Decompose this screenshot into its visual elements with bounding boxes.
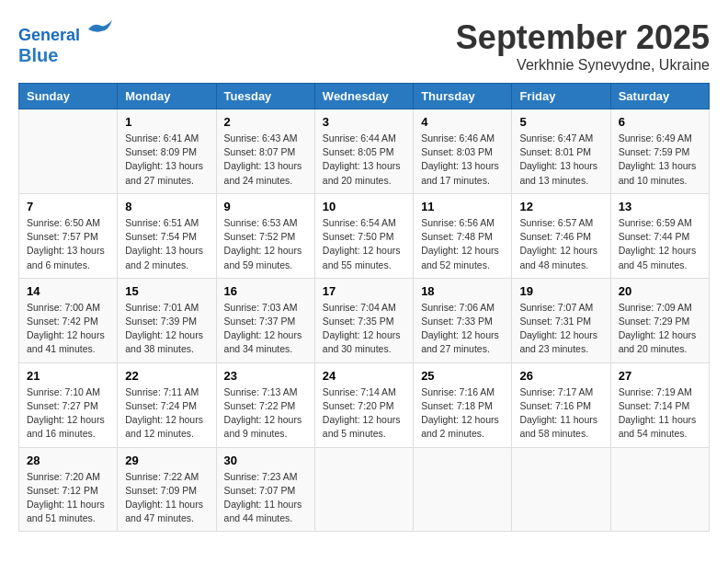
calendar-cell: 20Sunrise: 7:09 AMSunset: 7:29 PMDayligh… bbox=[610, 278, 709, 362]
calendar-cell: 4Sunrise: 6:46 AMSunset: 8:03 PMDaylight… bbox=[414, 109, 512, 194]
calendar-cell: 5Sunrise: 6:47 AMSunset: 8:01 PMDaylight… bbox=[512, 109, 610, 194]
calendar-cell: 29Sunrise: 7:22 AMSunset: 7:09 PMDayligh… bbox=[118, 447, 216, 532]
calendar-cell: 26Sunrise: 7:17 AMSunset: 7:16 PMDayligh… bbox=[512, 362, 610, 447]
month-title: September 2025 bbox=[456, 18, 710, 57]
day-number: 26 bbox=[519, 369, 602, 383]
calendar-header-row: SundayMondayTuesdayWednesdayThursdayFrid… bbox=[19, 84, 710, 109]
day-info: Sunrise: 7:16 AMSunset: 7:18 PMDaylight:… bbox=[421, 385, 504, 442]
day-number: 20 bbox=[619, 284, 701, 298]
day-info: Sunrise: 7:06 AMSunset: 7:33 PMDaylight:… bbox=[421, 301, 504, 357]
title-block: September 2025 Verkhnie Synevydne, Ukrai… bbox=[456, 18, 710, 74]
day-info: Sunrise: 7:01 AMSunset: 7:39 PMDaylight:… bbox=[125, 301, 208, 357]
calendar-cell: 13Sunrise: 6:59 AMSunset: 7:44 PMDayligh… bbox=[610, 193, 709, 278]
day-number: 6 bbox=[619, 115, 701, 129]
calendar-cell: 1Sunrise: 6:41 AMSunset: 8:09 PMDaylight… bbox=[118, 109, 216, 194]
calendar-cell: 28Sunrise: 7:20 AMSunset: 7:12 PMDayligh… bbox=[19, 447, 118, 532]
calendar-cell: 18Sunrise: 7:06 AMSunset: 7:33 PMDayligh… bbox=[414, 278, 512, 362]
week-row-4: 21Sunrise: 7:10 AMSunset: 7:27 PMDayligh… bbox=[19, 362, 710, 447]
day-number: 12 bbox=[519, 200, 602, 213]
day-number: 27 bbox=[619, 369, 701, 383]
calendar-cell: 9Sunrise: 6:53 AMSunset: 7:52 PMDaylight… bbox=[216, 193, 314, 278]
calendar-cell: 22Sunrise: 7:11 AMSunset: 7:24 PMDayligh… bbox=[118, 362, 216, 447]
day-info: Sunrise: 7:04 AMSunset: 7:35 PMDaylight:… bbox=[323, 301, 405, 357]
day-number: 19 bbox=[519, 284, 602, 298]
day-number: 24 bbox=[323, 369, 405, 383]
page-header: General Blue September 2025 Verkhnie Syn… bbox=[18, 18, 710, 74]
day-info: Sunrise: 7:13 AMSunset: 7:22 PMDaylight:… bbox=[224, 385, 307, 442]
calendar-cell: 6Sunrise: 6:49 AMSunset: 7:59 PMDaylight… bbox=[610, 109, 709, 194]
day-number: 9 bbox=[224, 200, 307, 213]
day-number: 25 bbox=[421, 369, 504, 383]
day-info: Sunrise: 7:03 AMSunset: 7:37 PMDaylight:… bbox=[224, 301, 307, 357]
calendar-table: SundayMondayTuesdayWednesdayThursdayFrid… bbox=[18, 83, 710, 532]
col-header-tuesday: Tuesday bbox=[216, 84, 314, 109]
location-subtitle: Verkhnie Synevydne, Ukraine bbox=[456, 57, 710, 74]
calendar-cell: 16Sunrise: 7:03 AMSunset: 7:37 PMDayligh… bbox=[216, 278, 314, 362]
calendar-cell: 30Sunrise: 7:23 AMSunset: 7:07 PMDayligh… bbox=[216, 447, 314, 532]
day-info: Sunrise: 7:23 AMSunset: 7:07 PMDaylight:… bbox=[224, 470, 307, 526]
day-number: 21 bbox=[27, 369, 109, 383]
calendar-cell: 17Sunrise: 7:04 AMSunset: 7:35 PMDayligh… bbox=[314, 278, 413, 362]
calendar-cell: 21Sunrise: 7:10 AMSunset: 7:27 PMDayligh… bbox=[19, 362, 118, 447]
calendar-cell: 12Sunrise: 6:57 AMSunset: 7:46 PMDayligh… bbox=[512, 193, 610, 278]
day-info: Sunrise: 6:50 AMSunset: 7:57 PMDaylight:… bbox=[27, 216, 109, 272]
logo-text: General bbox=[18, 18, 114, 45]
day-info: Sunrise: 6:41 AMSunset: 8:09 PMDaylight:… bbox=[125, 132, 208, 188]
calendar-cell: 15Sunrise: 7:01 AMSunset: 7:39 PMDayligh… bbox=[118, 278, 216, 362]
calendar-cell: 14Sunrise: 7:00 AMSunset: 7:42 PMDayligh… bbox=[19, 278, 118, 362]
day-info: Sunrise: 7:17 AMSunset: 7:16 PMDaylight:… bbox=[519, 385, 602, 442]
week-row-5: 28Sunrise: 7:20 AMSunset: 7:12 PMDayligh… bbox=[19, 447, 710, 532]
calendar-cell: 11Sunrise: 6:56 AMSunset: 7:48 PMDayligh… bbox=[414, 193, 512, 278]
col-header-friday: Friday bbox=[512, 84, 610, 109]
col-header-monday: Monday bbox=[118, 84, 216, 109]
day-number: 18 bbox=[421, 284, 504, 298]
logo-general: General bbox=[18, 26, 80, 44]
day-number: 1 bbox=[125, 115, 208, 129]
day-info: Sunrise: 6:51 AMSunset: 7:54 PMDaylight:… bbox=[125, 216, 208, 272]
day-number: 10 bbox=[323, 200, 405, 213]
day-info: Sunrise: 6:46 AMSunset: 8:03 PMDaylight:… bbox=[421, 132, 504, 188]
logo-bird-icon bbox=[86, 18, 114, 40]
day-number: 2 bbox=[224, 115, 307, 129]
calendar-cell: 24Sunrise: 7:14 AMSunset: 7:20 PMDayligh… bbox=[314, 362, 413, 447]
calendar-cell: 7Sunrise: 6:50 AMSunset: 7:57 PMDaylight… bbox=[19, 193, 118, 278]
day-info: Sunrise: 7:07 AMSunset: 7:31 PMDaylight:… bbox=[519, 301, 602, 357]
calendar-cell bbox=[314, 447, 413, 532]
day-info: Sunrise: 7:19 AMSunset: 7:14 PMDaylight:… bbox=[619, 385, 701, 442]
col-header-wednesday: Wednesday bbox=[314, 84, 413, 109]
day-info: Sunrise: 6:57 AMSunset: 7:46 PMDaylight:… bbox=[519, 216, 602, 272]
day-number: 5 bbox=[519, 115, 602, 129]
col-header-saturday: Saturday bbox=[610, 84, 709, 109]
calendar-cell bbox=[414, 447, 512, 532]
day-info: Sunrise: 6:53 AMSunset: 7:52 PMDaylight:… bbox=[224, 216, 307, 272]
day-info: Sunrise: 7:22 AMSunset: 7:09 PMDaylight:… bbox=[125, 470, 208, 526]
day-number: 7 bbox=[27, 200, 109, 213]
day-info: Sunrise: 6:47 AMSunset: 8:01 PMDaylight:… bbox=[519, 132, 602, 188]
col-header-sunday: Sunday bbox=[19, 84, 118, 109]
week-row-2: 7Sunrise: 6:50 AMSunset: 7:57 PMDaylight… bbox=[19, 193, 710, 278]
calendar-cell bbox=[610, 447, 709, 532]
day-number: 28 bbox=[27, 454, 109, 467]
week-row-3: 14Sunrise: 7:00 AMSunset: 7:42 PMDayligh… bbox=[19, 278, 710, 362]
calendar-cell bbox=[512, 447, 610, 532]
calendar-cell: 8Sunrise: 6:51 AMSunset: 7:54 PMDaylight… bbox=[118, 193, 216, 278]
day-info: Sunrise: 6:49 AMSunset: 7:59 PMDaylight:… bbox=[619, 132, 701, 188]
calendar-cell: 2Sunrise: 6:43 AMSunset: 8:07 PMDaylight… bbox=[216, 109, 314, 194]
calendar-cell: 23Sunrise: 7:13 AMSunset: 7:22 PMDayligh… bbox=[216, 362, 314, 447]
day-number: 22 bbox=[125, 369, 208, 383]
day-number: 3 bbox=[323, 115, 405, 129]
day-number: 15 bbox=[125, 284, 208, 298]
calendar-cell: 10Sunrise: 6:54 AMSunset: 7:50 PMDayligh… bbox=[314, 193, 413, 278]
day-number: 16 bbox=[224, 284, 307, 298]
calendar-cell: 3Sunrise: 6:44 AMSunset: 8:05 PMDaylight… bbox=[314, 109, 413, 194]
day-info: Sunrise: 6:59 AMSunset: 7:44 PMDaylight:… bbox=[619, 216, 701, 272]
week-row-1: 1Sunrise: 6:41 AMSunset: 8:09 PMDaylight… bbox=[19, 109, 710, 194]
day-info: Sunrise: 7:14 AMSunset: 7:20 PMDaylight:… bbox=[323, 385, 405, 442]
day-number: 30 bbox=[224, 454, 307, 467]
calendar-cell: 27Sunrise: 7:19 AMSunset: 7:14 PMDayligh… bbox=[610, 362, 709, 447]
calendar-cell bbox=[19, 109, 118, 194]
calendar-cell: 25Sunrise: 7:16 AMSunset: 7:18 PMDayligh… bbox=[414, 362, 512, 447]
logo: General Blue bbox=[18, 18, 114, 65]
day-number: 17 bbox=[323, 284, 405, 298]
col-header-thursday: Thursday bbox=[414, 84, 512, 109]
